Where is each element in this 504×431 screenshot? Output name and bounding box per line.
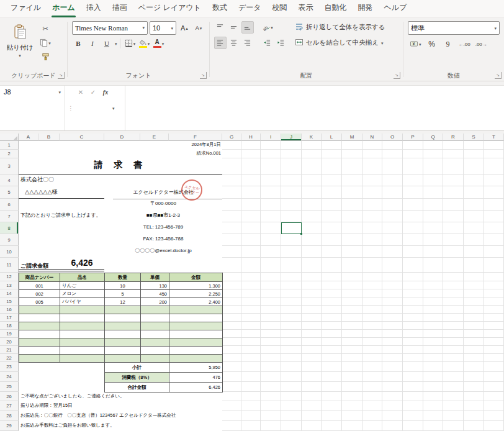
cell-quantity[interactable]: 10 (105, 282, 141, 290)
invoice-empty-cell[interactable] (19, 355, 60, 363)
column-header-T[interactable]: T (484, 134, 504, 141)
invoice-empty-cell[interactable] (169, 306, 223, 314)
invoice-empty-cell[interactable] (60, 347, 105, 355)
row-header-6[interactable]: 6 (0, 199, 19, 211)
invoice-empty-cell[interactable] (60, 314, 105, 322)
column-header-H[interactable]: H (241, 134, 261, 141)
cut-button[interactable]: ✂ (39, 22, 52, 35)
selected-cell-outline[interactable] (281, 222, 302, 234)
column-header-I[interactable]: I (261, 134, 281, 141)
borders-button[interactable]: ▾ (124, 37, 136, 50)
column-header-F[interactable]: F (169, 134, 222, 141)
cell-unit-price[interactable]: 200 (141, 298, 169, 306)
total-label-cell[interactable]: 合計金額 (105, 383, 169, 392)
row-header-12[interactable]: 12 (0, 273, 19, 281)
invoice-empty-cell[interactable] (60, 330, 105, 338)
invoice-empty-cell[interactable] (141, 338, 169, 347)
bold-button[interactable]: B (72, 37, 84, 50)
invoice-empty-cell[interactable] (60, 322, 105, 330)
cancel-button[interactable]: ✕ (75, 87, 86, 97)
invoice-empty-cell[interactable] (105, 338, 141, 347)
increase-font-size-button[interactable]: A▴ (178, 22, 191, 34)
tab-view[interactable]: 表示 (293, 0, 319, 17)
cell-amount[interactable]: 2,400 (169, 298, 223, 306)
row-header-19[interactable]: 19 (0, 330, 19, 338)
row-header-3[interactable]: 3 (0, 158, 19, 175)
row-header-24[interactable]: 24 (0, 372, 19, 382)
column-header-O[interactable]: O (382, 134, 403, 141)
font-dialog-launcher[interactable]: ↘ (200, 72, 207, 79)
invoice-empty-cell[interactable] (105, 355, 141, 363)
invoice-empty-cell[interactable] (105, 330, 141, 338)
tab-help[interactable]: ヘルプ (379, 0, 413, 17)
column-header-D[interactable]: D (104, 134, 140, 141)
select-all-corner[interactable] (0, 134, 19, 141)
number-dialog-launcher[interactable]: ↘ (495, 72, 502, 79)
sender-postal-cell[interactable]: 〒000-0000 (104, 201, 222, 207)
row-header-20[interactable]: 20 (0, 338, 19, 346)
formula-input[interactable] (125, 86, 504, 130)
invoice-empty-cell[interactable] (141, 306, 169, 314)
align-right-button[interactable] (241, 37, 254, 49)
format-painter-button[interactable] (39, 51, 52, 63)
column-header-N[interactable]: N (362, 134, 382, 141)
cell-product-number[interactable]: 005 (19, 298, 60, 306)
row-header-1[interactable]: 1 (0, 141, 19, 150)
invoice-empty-cell[interactable] (60, 338, 105, 347)
tab-data[interactable]: データ (233, 0, 267, 17)
row-header-2[interactable]: 2 (0, 150, 19, 158)
cell-product-name[interactable]: メロン (60, 290, 105, 298)
cell-product-number[interactable]: 002 (19, 290, 60, 298)
column-header-G[interactable]: G (222, 134, 241, 141)
invoice-empty-cell[interactable] (141, 314, 169, 322)
invoice-date-cell[interactable]: 2024年8月1日 (169, 142, 221, 147)
currency-format-button[interactable]: ¥ ▾ (409, 38, 422, 50)
font-size-select[interactable]: 10 ▾ (150, 21, 176, 35)
invoice-empty-cell[interactable] (169, 338, 223, 347)
invoice-empty-cell[interactable] (60, 306, 105, 314)
note-line[interactable]: ご不明な点がございましたら、ご連絡ください。 (20, 393, 125, 399)
cell-quantity[interactable]: 5 (105, 290, 141, 298)
column-header-Q[interactable]: Q (423, 134, 443, 141)
cell-product-name[interactable]: りんご (60, 282, 105, 290)
fill-color-button[interactable]: ▾ (138, 37, 150, 50)
blank-cell[interactable] (19, 383, 105, 392)
subtotal-label-cell[interactable]: 小計 (105, 363, 169, 373)
column-header-A[interactable]: A (19, 134, 38, 141)
cell-unit-price[interactable]: 450 (141, 290, 169, 298)
header-amount[interactable]: 金額 (169, 273, 223, 282)
wrap-text-button[interactable]: 折り返して全体を表示する (295, 21, 385, 34)
invoice-empty-cell[interactable] (169, 322, 223, 330)
row-header-27[interactable]: 27 (0, 401, 19, 411)
row-header-26[interactable]: 26 (0, 392, 19, 401)
total-value-cell[interactable]: 6,426 (169, 383, 223, 392)
row-header-15[interactable]: 15 (0, 297, 19, 306)
percent-style-button[interactable]: % (426, 38, 438, 50)
blank-cell[interactable] (19, 363, 105, 373)
header-product-number[interactable]: 商品ナンバー (19, 273, 60, 282)
column-header-C[interactable]: C (60, 134, 104, 141)
tab-home[interactable]: ホーム (47, 0, 81, 17)
row-header-13[interactable]: 13 (0, 281, 19, 289)
invoice-title[interactable]: 請 求 書 (19, 160, 222, 171)
invoice-empty-cell[interactable] (169, 330, 223, 338)
column-header-E[interactable]: E (140, 134, 169, 141)
invoice-empty-cell[interactable] (169, 314, 223, 322)
row-header-9[interactable]: 9 (0, 234, 19, 246)
invoice-empty-cell[interactable] (60, 355, 105, 363)
cell-quantity[interactable]: 12 (105, 298, 141, 306)
invoice-empty-cell[interactable] (169, 355, 223, 363)
row-header-14[interactable]: 14 (0, 289, 19, 297)
column-header-M[interactable]: M (342, 134, 362, 141)
sender-company-cell[interactable]: エクセルドクター株式会社 (104, 189, 222, 196)
invoice-empty-cell[interactable] (105, 314, 141, 322)
tax-value-cell[interactable]: 476 (169, 373, 223, 383)
font-name-select[interactable]: Times New Roman ▾ (72, 21, 148, 35)
note-line[interactable]: お振込先：〇〇銀行 〇〇支店（普）1234567 エクセルドクター株式会社 (20, 412, 176, 418)
note-line[interactable]: 振り込み期限：翌月15日 (20, 402, 73, 408)
header-quantity[interactable]: 数量 (105, 273, 141, 282)
billing-amount-cell[interactable]: 6,426 (60, 258, 104, 269)
align-bottom-button[interactable] (241, 21, 254, 34)
grid-canvas[interactable]: 2024年8月1日 請求No.001 請 求 書 株式会社〇〇 △△△△△△様 … (19, 141, 504, 431)
invoice-empty-cell[interactable] (105, 347, 141, 355)
